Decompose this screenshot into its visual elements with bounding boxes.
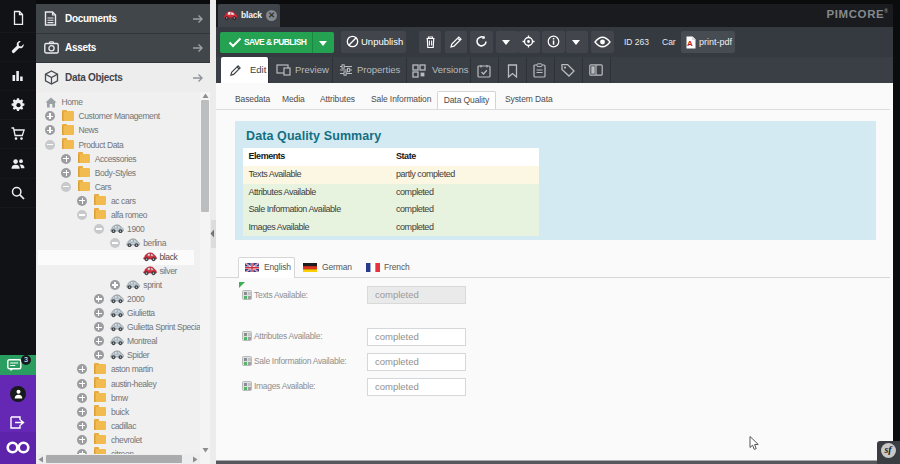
- svg-text:A: A: [687, 39, 693, 48]
